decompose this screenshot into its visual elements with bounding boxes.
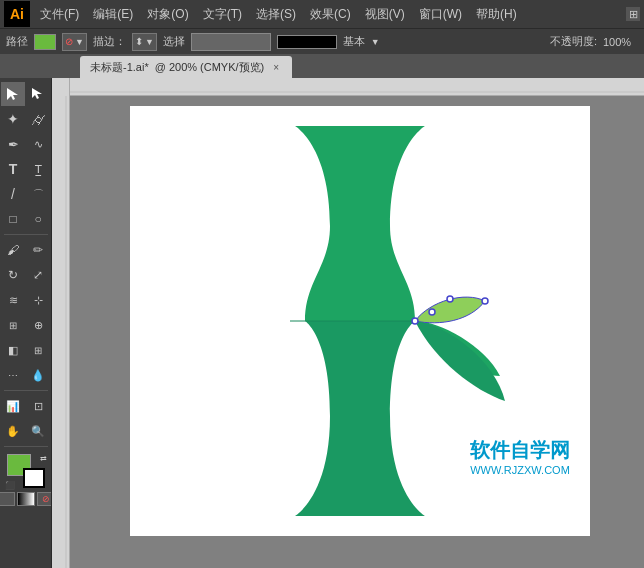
color-mode-icons: ⊘ — [0, 492, 52, 506]
curvature-tool[interactable]: ∿ — [26, 132, 50, 156]
toolbar-divider-3 — [4, 446, 48, 447]
shape-builder-tool[interactable]: ⊕ — [26, 313, 50, 337]
ai-logo: Ai — [4, 1, 30, 27]
artboard-tool[interactable]: ⊡ — [26, 394, 50, 418]
options-bar: 路径 ⊘▼ 描边： ⬍▼ 选择 基本 ▼ 不透明度: 100% — [0, 28, 644, 54]
menu-effect[interactable]: 效果(C) — [304, 4, 357, 25]
tab-subtitle: @ 200% (CMYK/预览) — [155, 60, 265, 75]
lasso-tool[interactable]: ⌭ — [26, 107, 50, 131]
line-tools-row: / ⌒ — [1, 182, 50, 206]
rect-tool[interactable]: □ — [1, 207, 25, 231]
fill-stroke-area: ⇄ ⬛ — [7, 454, 45, 488]
menu-window[interactable]: 窗口(W) — [413, 4, 468, 25]
free-transform-row: ⊞ ⊕ — [1, 313, 50, 337]
warp-tools-row: ≋ ⊹ — [1, 288, 50, 312]
artboard[interactable]: 软件自学网 WWW.RJZXW.COM — [130, 106, 590, 536]
puppet-warp-tool[interactable]: ⊹ — [26, 288, 50, 312]
free-transform-tool[interactable]: ⊞ — [1, 313, 25, 337]
select-dropdown[interactable] — [191, 33, 271, 51]
vertical-ruler — [52, 78, 70, 568]
zoom-tool[interactable]: 🔍 — [26, 419, 50, 443]
opacity-value[interactable]: 100% — [603, 36, 638, 48]
select-tools-row — [1, 82, 50, 106]
tab-title: 未标题-1.ai* — [90, 60, 149, 75]
selection-handle-4[interactable] — [412, 318, 418, 324]
select-label: 选择 — [163, 34, 185, 49]
selection-handle-3[interactable] — [447, 296, 453, 302]
selection-handle-1[interactable] — [482, 298, 488, 304]
warp-tool[interactable]: ≋ — [1, 288, 25, 312]
main-area: ✦ ⌭ ✒ ∿ T T̲ / ⌒ □ ○ — [0, 78, 644, 568]
menu-help[interactable]: 帮助(H) — [470, 4, 523, 25]
direct-select-tool[interactable] — [26, 82, 50, 106]
eyedropper-tool[interactable]: 💧 — [26, 363, 50, 387]
stroke-color-box[interactable] — [23, 468, 45, 488]
menu-type[interactable]: 文字(T) — [197, 4, 248, 25]
selection-handle-2[interactable] — [429, 309, 435, 315]
default-colors-icon[interactable]: ⬛ — [5, 481, 15, 490]
stroke-none-option[interactable]: ⊘▼ — [62, 33, 87, 51]
menu-object[interactable]: 对象(O) — [141, 4, 194, 25]
watermark-line2: WWW.RJZXW.COM — [470, 464, 570, 476]
paintbrush-tool[interactable]: 🖌 — [1, 238, 25, 262]
color-section: ⇄ ⬛ ⊘ — [0, 454, 52, 506]
graph-tool[interactable]: 📊 — [1, 394, 25, 418]
svg-marker-0 — [7, 88, 18, 100]
menu-bar: 文件(F) 编辑(E) 对象(O) 文字(T) 选择(S) 效果(C) 视图(V… — [34, 4, 626, 25]
tab-close-button[interactable]: × — [270, 61, 282, 73]
opacity-label: 不透明度: — [550, 34, 597, 49]
touch-type-tool[interactable]: T̲ — [26, 157, 50, 181]
stroke-width-dropdown[interactable]: ⬍▼ — [132, 33, 157, 51]
gradient-tools-row: ◧ ⊞ — [1, 338, 50, 362]
toolbar: ✦ ⌭ ✒ ∿ T T̲ / ⌒ □ ○ — [0, 78, 52, 568]
grid-view-button[interactable]: ⊞ — [626, 7, 640, 21]
mesh-tool[interactable]: ⊞ — [26, 338, 50, 362]
ellipse-tool[interactable]: ○ — [26, 207, 50, 231]
tab-bar: 未标题-1.ai* @ 200% (CMYK/预览) × — [0, 54, 644, 78]
horizontal-ruler — [52, 78, 644, 96]
blend-tools-row: ⋯ 💧 — [1, 363, 50, 387]
stroke-preview — [277, 35, 337, 49]
svg-marker-1 — [32, 88, 42, 99]
blend-tool[interactable]: ⋯ — [1, 363, 25, 387]
type-tool[interactable]: T — [1, 157, 25, 181]
select-tool[interactable] — [1, 82, 25, 106]
watermark-line1: 软件自学网 — [470, 437, 570, 464]
magic-wand-tool[interactable]: ✦ — [1, 107, 25, 131]
transform-tools-row: ↻ ⤢ — [1, 263, 50, 287]
menu-file[interactable]: 文件(F) — [34, 4, 85, 25]
swap-colors-icon[interactable]: ⇄ — [40, 454, 47, 463]
canvas-area: 软件自学网 WWW.RJZXW.COM — [52, 78, 644, 568]
menu-view[interactable]: 视图(V) — [359, 4, 411, 25]
pen-tool[interactable]: ✒ — [1, 132, 25, 156]
document-tab[interactable]: 未标题-1.ai* @ 200% (CMYK/预览) × — [80, 56, 292, 78]
scale-tool[interactable]: ⤢ — [26, 263, 50, 287]
hand-tool[interactable]: ✋ — [1, 419, 25, 443]
pencil-tool[interactable]: ✏ — [26, 238, 50, 262]
rotate-tool[interactable]: ↻ — [1, 263, 25, 287]
canvas-background: 软件自学网 WWW.RJZXW.COM — [70, 96, 644, 568]
arc-tool[interactable]: ⌒ — [26, 182, 50, 206]
gradient-tool[interactable]: ◧ — [1, 338, 25, 362]
gradient-mode[interactable] — [17, 492, 35, 506]
none-mode[interactable]: ⊘ — [37, 492, 53, 506]
stroke-label: 描边： — [93, 34, 126, 49]
paint-tools-row: 🖌 ✏ — [1, 238, 50, 262]
magic-lasso-row: ✦ ⌭ — [1, 107, 50, 131]
line-tool[interactable]: / — [1, 182, 25, 206]
watermark: 软件自学网 WWW.RJZXW.COM — [470, 437, 570, 476]
pen-tools-row: ✒ ∿ — [1, 132, 50, 156]
menu-edit[interactable]: 编辑(E) — [87, 4, 139, 25]
window-controls: ⊞ — [626, 7, 640, 21]
basic-dropdown-arrow[interactable]: ▼ — [371, 37, 380, 47]
toolbar-divider-2 — [4, 390, 48, 391]
type-tools-row: T T̲ — [1, 157, 50, 181]
color-mode[interactable] — [0, 492, 15, 506]
shape-tools-row: □ ○ — [1, 207, 50, 231]
fill-color-option[interactable] — [34, 34, 56, 50]
path-label: 路径 — [6, 34, 28, 49]
toolbar-divider-1 — [4, 234, 48, 235]
basic-label: 基本 — [343, 34, 365, 49]
title-bar: Ai 文件(F) 编辑(E) 对象(O) 文字(T) 选择(S) 效果(C) 视… — [0, 0, 644, 28]
menu-select[interactable]: 选择(S) — [250, 4, 302, 25]
